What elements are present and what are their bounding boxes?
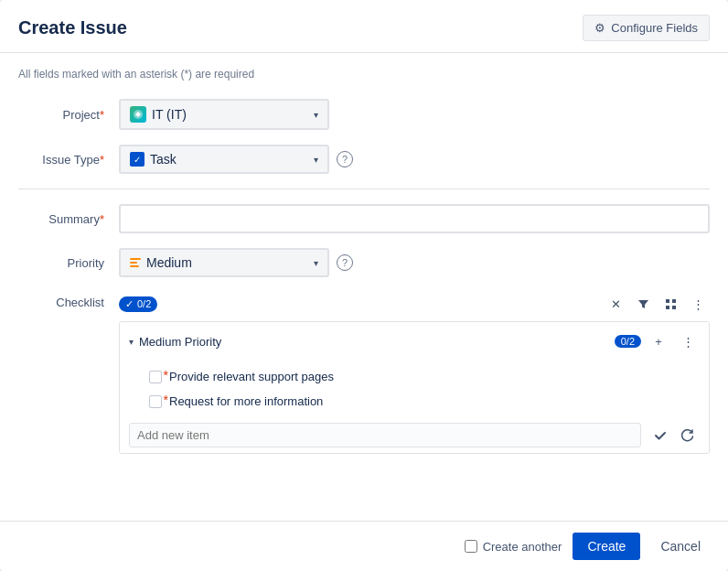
- checklist-expand-button[interactable]: [658, 292, 682, 316]
- group-count-badge: 0/2: [615, 335, 641, 348]
- summary-input[interactable]: [119, 204, 710, 233]
- checklist-items: Provide relevant support pages Request f…: [120, 361, 709, 417]
- priority-control: Medium ▾ ?: [119, 248, 710, 277]
- priority-help-icon[interactable]: ?: [337, 254, 353, 271]
- create-another-label[interactable]: Create another: [465, 540, 562, 554]
- group-add-button[interactable]: +: [647, 329, 670, 353]
- svg-rect-1: [666, 299, 669, 303]
- project-select[interactable]: IT (IT) ▾: [119, 99, 329, 130]
- priority-medium-icon: [130, 258, 141, 267]
- checklist-filter-button[interactable]: [631, 292, 655, 316]
- create-button[interactable]: Create: [573, 533, 640, 560]
- checklist-item: Request for more information: [120, 389, 709, 414]
- configure-fields-button[interactable]: ⚙ Configure Fields: [583, 15, 710, 41]
- issue-type-label: Issue Type*: [18, 153, 119, 167]
- priority-label: Priority: [18, 256, 119, 270]
- project-control: IT (IT) ▾: [119, 99, 710, 130]
- add-item-confirm-button[interactable]: [648, 424, 672, 447]
- task-type-icon: [130, 152, 145, 167]
- issue-type-control: Task ▾ ?: [119, 145, 710, 174]
- project-chevron-icon: ▾: [314, 110, 318, 120]
- issue-type-row: Issue Type* Task ▾ ?: [18, 145, 710, 174]
- item-checkbox-1[interactable]: [149, 371, 162, 383]
- summary-label: Summary*: [18, 212, 119, 226]
- item-checkbox-2[interactable]: [149, 395, 162, 408]
- checklist-top-bar: ✓ 0/2 ✕ ⋮: [119, 292, 710, 316]
- svg-rect-2: [672, 299, 676, 303]
- checklist-group-header: ▾ Medium Priority 0/2 + ⋮: [120, 322, 709, 361]
- svg-rect-3: [666, 306, 669, 309]
- checklist-content: ▾ Medium Priority 0/2 + ⋮ Pro: [119, 321, 710, 454]
- checklist-collapse-all-button[interactable]: ✕: [604, 292, 627, 316]
- checklist-control: ✓ 0/2 ✕ ⋮: [119, 292, 710, 454]
- required-note: All fields marked with an asterisk (*) a…: [18, 68, 710, 81]
- create-issue-dialog: Create Issue ⚙ Configure Fields All fiel…: [0, 0, 728, 571]
- svg-rect-4: [672, 306, 676, 309]
- group-chevron-icon[interactable]: ▾: [129, 337, 134, 347]
- project-value: IT (IT): [152, 107, 187, 122]
- priority-row: Priority Medium ▾ ?: [18, 248, 710, 277]
- priority-chevron-icon: ▾: [314, 258, 318, 268]
- priority-select[interactable]: Medium ▾: [119, 248, 329, 277]
- issue-type-chevron-icon: ▾: [314, 155, 318, 165]
- section-divider: [18, 189, 710, 189]
- item-text-1: Provide relevant support pages: [169, 370, 334, 383]
- item-text-2: Request for more information: [169, 394, 323, 408]
- checklist-item: Provide relevant support pages: [120, 364, 709, 389]
- create-another-checkbox[interactable]: [465, 540, 477, 553]
- checklist-row: Checklist ✓ 0/2 ✕: [18, 292, 710, 454]
- add-item-input[interactable]: [129, 423, 641, 447]
- issue-type-value: Task: [150, 152, 177, 167]
- group-title: Medium Priority: [139, 335, 221, 349]
- checklist-label: Checklist: [18, 292, 119, 309]
- dialog-body: All fields marked with an asterisk (*) a…: [0, 53, 728, 521]
- gear-icon: ⚙: [594, 21, 605, 35]
- project-label: Project*: [18, 108, 119, 122]
- dialog-title: Create Issue: [18, 17, 127, 38]
- issue-type-select[interactable]: Task ▾: [119, 145, 329, 174]
- project-icon: [130, 106, 146, 123]
- cancel-button[interactable]: Cancel: [651, 533, 710, 560]
- project-row: Project* IT (IT) ▾: [18, 99, 710, 130]
- check-icon-small: ✓: [125, 298, 134, 310]
- add-item-row: [120, 417, 709, 453]
- summary-row: Summary*: [18, 204, 710, 233]
- group-more-button[interactable]: ⋮: [676, 329, 700, 353]
- add-item-reset-button[interactable]: [676, 424, 700, 447]
- dialog-header: Create Issue ⚙ Configure Fields: [0, 0, 728, 53]
- dialog-footer: Create another Create Cancel: [0, 521, 728, 571]
- configure-fields-label: Configure Fields: [611, 21, 698, 35]
- checklist-badge: ✓ 0/2: [119, 296, 157, 312]
- summary-control: [119, 204, 710, 233]
- create-another-text: Create another: [483, 540, 562, 554]
- checklist-more-button[interactable]: ⋮: [686, 292, 710, 316]
- priority-value: Medium: [146, 255, 192, 270]
- issue-type-help-icon[interactable]: ?: [337, 151, 353, 167]
- checklist-count: 0/2: [137, 298, 151, 309]
